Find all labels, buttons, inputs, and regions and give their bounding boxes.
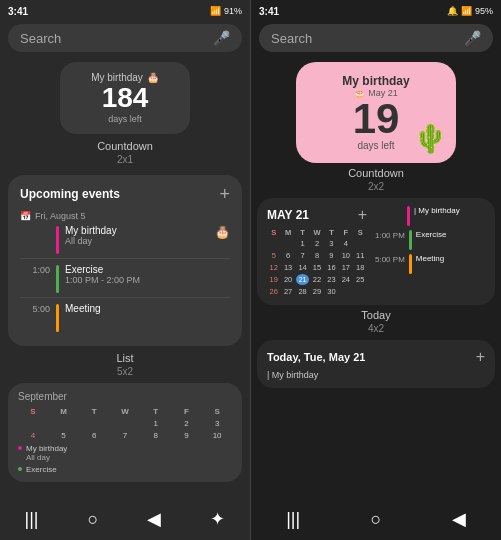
event-bar-exercise [56,265,59,293]
countdown-small-widget: My birthday 🎂 184 days left [60,62,190,134]
event-name-birthday: My birthday [65,225,209,236]
event-time-exercise: 1:00 [20,264,50,275]
event-time-meeting: 5:00 [20,303,50,314]
upcoming-events-widget: Upcoming events + 📅 Fri, August 5 My bir… [8,175,242,346]
birthday-cake-icon-left: 🎂 [147,72,159,83]
birthday-emoji-event: 🎂 [215,225,230,239]
add-event-button-left[interactable]: + [219,185,230,203]
cal-events-right: | My birthday 1:00 PM Exercise 5:00 PM M… [375,206,485,297]
cal-add-button[interactable]: + [358,206,367,224]
cal-widget-label: Today [251,309,501,321]
nav-back-left[interactable]: ◀ [147,508,161,530]
event-info-meeting: Meeting [65,303,230,314]
countdown-days-label-left: days left [74,114,176,124]
event-item-exercise: 1:00 Exercise 1:00 PM - 2:00 PM [20,264,230,298]
events-widget-size: 5x2 [0,366,250,377]
status-icons-left: 📶 91% [210,6,242,16]
today-title: Today, Tue, May 21 [267,351,365,363]
nav-home-right[interactable]: ○ [371,509,382,530]
event-bar-meeting [56,304,59,332]
mini-cal-month: September [18,391,232,402]
calendar-large-widget: MAY 21 + S M T W T F S 1 2 3 [257,198,495,305]
today-event-item: | My birthday [267,370,485,380]
cal-widget-size: 4x2 [251,323,501,334]
mic-icon-right: 🎤 [464,30,481,46]
countdown-large-size: 2x2 [368,181,384,192]
event-info-exercise: Exercise 1:00 PM - 2:00 PM [65,264,230,285]
event-item-birthday: My birthday All day 🎂 [20,225,230,259]
search-placeholder-right: Search [271,31,312,46]
status-bar-left: 3:41 📶 91% [0,0,250,20]
nav-back-right[interactable]: ◀ [452,508,466,530]
countdown-large-widget: My birthday 🎂 May 21 19 days left 🌵 [296,62,456,163]
nav-home-left[interactable]: ○ [88,509,99,530]
status-icons-right: 🔔 📶 95% [447,6,493,16]
mini-cal-event-exercise: Exercise [18,465,232,474]
cal-large-grid: S M T W T F S 1 2 3 4 5 6 [267,228,367,297]
countdown-widget-size-left: 2x1 [117,154,133,165]
mini-calendar-widget: September S M T W T F S 1 2 3 4 5 6 [8,383,242,482]
nav-menu-left[interactable]: ||| [25,509,39,530]
event-time-birthday [20,225,50,226]
event-name-exercise: Exercise [65,264,230,275]
status-bar-right: 3:41 🔔 📶 95% [251,0,501,20]
status-time-left: 3:41 [8,6,28,17]
cal-event-birthday: | My birthday [375,206,485,226]
search-bar-right[interactable]: Search 🎤 [259,24,493,52]
search-bar-left[interactable]: Search 🎤 [8,24,242,52]
cal-left-section: MAY 21 + S M T W T F S 1 2 3 [267,206,367,297]
mic-icon-left: 🎤 [213,30,230,46]
event-item-meeting: 5:00 Meeting [20,303,230,336]
calendar-icon-events: 📅 [20,211,31,221]
nav-menu-right[interactable]: ||| [286,509,300,530]
today-add-button[interactable]: + [476,348,485,366]
event-name-meeting: Meeting [65,303,230,314]
mini-cal-event-birthday: My birthday [18,444,232,453]
event-bar-birthday [56,226,59,254]
event-info-birthday: My birthday All day [65,225,209,246]
event-sub-exercise: 1:00 PM - 2:00 PM [65,275,230,285]
countdown-widget-label-left: Countdown [97,140,153,152]
status-time-right: 3:41 [259,6,279,17]
countdown-days-left: 184 [74,83,176,114]
right-panel: 3:41 🔔 📶 95% Search 🎤 My birthday 🎂 May … [251,0,501,540]
cal-large-month: MAY 21 [267,208,309,222]
nav-bar-right: ||| ○ ◀ [251,500,501,540]
cactus-icon: 🌵 [413,122,448,155]
event-sub-birthday: All day [65,236,209,246]
left-panel: 3:41 📶 91% Search 🎤 My birthday 🎂 184 da… [0,0,251,540]
nav-person-left[interactable]: ✦ [210,508,225,530]
today-widget: Today, Tue, May 21 + | My birthday [257,340,495,388]
cal-event-exercise-right: 1:00 PM Exercise [375,230,485,250]
nav-bar-left: ||| ○ ◀ ✦ [0,500,250,540]
cal-event-meeting-right: 5:00 PM Meeting [375,254,485,274]
countdown-large-label: Countdown [348,167,404,179]
upcoming-events-title: Upcoming events [20,187,120,201]
search-placeholder-left: Search [20,31,61,46]
events-widget-label: List [0,352,250,364]
countdown-large-title: My birthday [312,74,440,88]
event-date-row: 📅 Fri, August 5 [20,211,230,221]
mini-cal-grid: S M T W T F S 1 2 3 4 5 6 7 8 [18,406,232,441]
